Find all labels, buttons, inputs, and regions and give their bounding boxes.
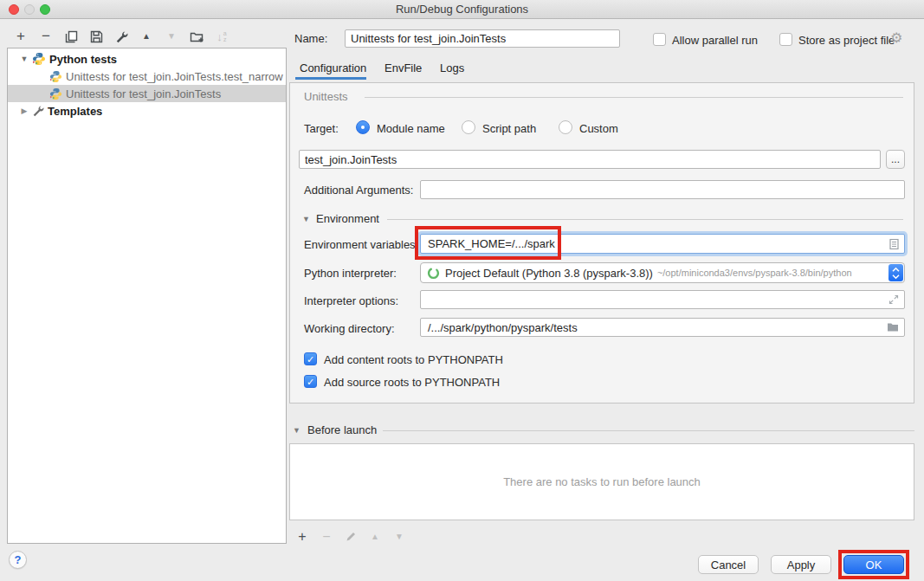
before-launch-task-list[interactable]: There are no tasks to run before launch [289, 443, 914, 520]
environment-section-label[interactable]: Environment [316, 212, 379, 225]
python-interpreter-label: Python interpreter: [304, 267, 397, 280]
check-icon: ✓ [307, 377, 314, 387]
additional-arguments-input[interactable] [420, 180, 905, 199]
tab-configuration[interactable]: Configuration [300, 61, 366, 74]
chevron-right-icon[interactable]: ▶ [20, 107, 29, 115]
add-source-roots-checkbox[interactable]: ✓ [304, 375, 317, 388]
pencil-icon [345, 531, 357, 543]
templates-wrench-icon [32, 105, 44, 117]
save-configuration-button[interactable] [87, 28, 105, 45]
tree-item-label: Unittests for test_join.JoinTests.test_n… [66, 70, 283, 83]
target-module-name-radio[interactable] [356, 120, 370, 134]
move-down-button[interactable]: ▼ [163, 28, 180, 45]
combobox-stepper-icon[interactable] [888, 264, 903, 281]
working-directory-label: Working directory: [304, 322, 395, 335]
target-module-name-label[interactable]: Module name [377, 122, 445, 135]
create-folder-button[interactable] [188, 28, 205, 45]
minus-icon: − [42, 28, 50, 45]
python-interpreter-value: Project Default (Python 3.8 (pyspark-3.8… [445, 267, 653, 280]
tab-logs[interactable]: Logs [440, 61, 464, 74]
interpreter-options-input[interactable] [420, 290, 905, 309]
store-as-project-file-checkbox[interactable] [779, 33, 792, 46]
cancel-button[interactable]: Cancel [698, 555, 759, 574]
arrow-up-icon: ▲ [371, 533, 379, 541]
tree-item-python-tests[interactable]: ▼ Python tests [8, 50, 286, 68]
target-input[interactable] [299, 150, 881, 169]
add-task-button[interactable]: + [294, 529, 310, 545]
environment-collapse-icon[interactable]: ▼ [302, 215, 310, 223]
minus-icon: − [322, 529, 330, 545]
run-debug-configurations-dialog: Run/Debug Configurations + − ▲ ▼ ↓az ▼ P… [0, 0, 924, 581]
target-label: Target: [304, 122, 339, 135]
name-label: Name: [294, 32, 327, 45]
target-custom-radio[interactable] [559, 120, 572, 134]
remove-task-button[interactable]: − [319, 529, 334, 545]
section-divider [387, 219, 903, 220]
environment-variables-value[interactable]: SPARK_HOME=/.../spark [428, 237, 555, 250]
edit-templates-button[interactable] [113, 28, 130, 45]
folder-icon[interactable] [887, 322, 899, 332]
edit-task-button[interactable] [343, 529, 359, 545]
copy-icon [65, 30, 78, 43]
chevron-down-icon[interactable]: ▼ [20, 55, 29, 63]
expand-field-icon[interactable] [888, 294, 899, 305]
tree-item-label: Unittests for test_join.JoinTests [66, 87, 221, 100]
before-launch-empty-text: There are no tasks to run before launch [503, 475, 701, 488]
add-content-roots-checkbox[interactable]: ✓ [304, 352, 317, 365]
titlebar: Run/Debug Configurations [0, 0, 924, 19]
configurations-toolbar: + − ▲ ▼ ↓az [12, 27, 230, 46]
new-folder-icon [190, 30, 204, 43]
tree-item-unittests-test-narrow[interactable]: Unittests for test_join.JoinTests.test_n… [8, 68, 286, 85]
tab-envfile[interactable]: EnvFile [384, 61, 422, 74]
move-task-up-button[interactable]: ▲ [367, 529, 383, 545]
target-script-path-radio[interactable] [462, 120, 475, 134]
sort-az-icon: ↓az [216, 30, 226, 43]
arrow-up-icon: ▲ [142, 32, 151, 41]
add-source-roots-label[interactable]: Add source roots to PYTHONPATH [324, 376, 500, 389]
tree-item-unittests-jointests[interactable]: Unittests for test_join.JoinTests [8, 85, 286, 102]
gear-icon[interactable]: ⚙ [890, 29, 902, 46]
before-launch-section-label[interactable]: Before launch [307, 423, 377, 436]
name-input[interactable] [345, 29, 620, 48]
section-divider [365, 97, 903, 98]
wrench-icon [115, 30, 128, 43]
apply-button[interactable]: Apply [771, 555, 831, 574]
move-task-down-button[interactable]: ▼ [391, 529, 407, 545]
conda-env-icon [427, 267, 440, 280]
python-interpreter-path: ~/opt/miniconda3/envs/pyspark-3.8/bin/py… [657, 268, 852, 278]
working-directory-value: /.../spark/python/pyspark/tests [428, 321, 578, 334]
help-button[interactable]: ? [9, 551, 27, 569]
add-content-roots-label[interactable]: Add content roots to PYTHONPATH [324, 353, 503, 366]
target-script-path-label[interactable]: Script path [482, 122, 536, 135]
python-test-config-icon [49, 87, 62, 100]
unittests-section-label: Unittests [304, 90, 348, 103]
edit-variables-icon[interactable] [889, 238, 899, 249]
environment-variables-label: Environment variables: [304, 238, 418, 251]
python-interpreter-combobox[interactable]: Project Default (Python 3.8 (pyspark-3.8… [420, 262, 905, 283]
tree-item-label: Templates [48, 105, 102, 118]
before-launch-toolbar: + − ▲ ▼ [294, 529, 407, 545]
working-directory-input[interactable]: /.../spark/python/pyspark/tests [420, 318, 905, 337]
target-custom-label[interactable]: Custom [579, 122, 618, 135]
store-as-project-file-label[interactable]: Store as project file [798, 34, 895, 47]
environment-variables-field[interactable]: SPARK_HOME=/.../spark [420, 234, 905, 254]
add-configuration-button[interactable]: + [12, 28, 29, 45]
copy-configuration-button[interactable] [62, 28, 80, 45]
remove-configuration-button[interactable]: − [37, 28, 55, 45]
check-icon: ✓ [307, 354, 314, 365]
configurations-tree: ▼ Python tests Unittests for test_join.J… [7, 48, 287, 544]
add-icon: + [298, 529, 306, 545]
add-icon: + [16, 28, 25, 45]
allow-parallel-run-checkbox[interactable] [653, 33, 666, 46]
allow-parallel-run-label[interactable]: Allow parallel run [672, 34, 758, 47]
sort-configurations-button[interactable]: ↓az [213, 28, 230, 45]
python-test-config-icon [49, 70, 62, 83]
ok-button[interactable]: OK [843, 555, 904, 574]
arrow-down-icon: ▼ [167, 32, 176, 41]
active-tab-underline [295, 77, 366, 80]
tree-item-templates[interactable]: ▶ Templates [8, 102, 286, 119]
browse-target-button[interactable]: ... [886, 150, 905, 169]
tree-item-label: Python tests [49, 53, 117, 66]
move-up-button[interactable]: ▲ [138, 28, 155, 45]
before-launch-collapse-icon[interactable]: ▼ [293, 426, 300, 435]
